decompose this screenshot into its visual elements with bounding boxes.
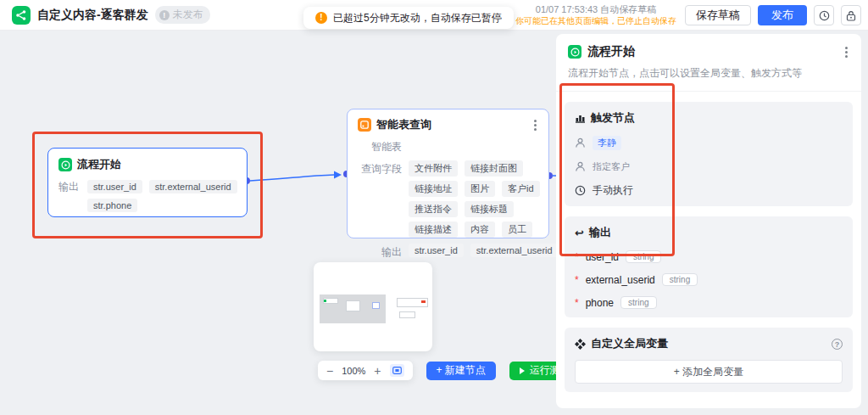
query-field-tag: 文件附件 — [409, 160, 458, 177]
query-field-tag: 员工 — [502, 222, 532, 238]
query-field-tag: 推送指令 — [409, 201, 458, 217]
node-flow-start[interactable]: 流程开始 输出 str.user_id str.external_userid … — [47, 148, 248, 217]
trigger-mode[interactable]: 手动执行 — [593, 183, 633, 198]
output-label: 输出 — [58, 180, 79, 212]
output-section-title: 输出 — [589, 225, 611, 240]
output-arrow-icon: ↩ — [575, 227, 584, 239]
panel-title: 流程开始 — [587, 44, 635, 59]
minimap-node-dot — [324, 300, 326, 302]
output-type-badge: string — [620, 296, 656, 309]
fit-view-icon[interactable] — [390, 364, 404, 377]
output-section-title-row: ↩ 输出 — [575, 225, 843, 240]
clock-icon — [575, 185, 586, 196]
play-icon — [520, 367, 525, 374]
output-item: * phone string — [575, 296, 843, 309]
output-name: external_userid — [586, 274, 655, 286]
required-mark: * — [575, 251, 579, 263]
panel-header: 流程开始 — [556, 34, 861, 66]
output-section: ↩ 输出 * user_id string * external_userid … — [565, 216, 853, 317]
global-variables-title-row: 自定义全局变量 ? — [575, 336, 843, 351]
warning-icon: ! — [315, 12, 327, 24]
output-variable-tag: str.external_userid — [470, 244, 559, 257]
query-fields-label: 查询字段 — [358, 162, 402, 177]
query-field-tag: 链接描述 — [409, 222, 458, 238]
autosave-timestamp: 01/07 17:53:43 自动保存草稿 — [536, 4, 656, 15]
query-field-tag: 内容 — [465, 222, 495, 238]
minimap-node-dot — [421, 300, 426, 303]
zoom-out-button[interactable]: − — [326, 365, 333, 377]
output-name: user_id — [586, 251, 619, 263]
query-field-tag: 链接地址 — [409, 181, 458, 197]
panel-description: 流程开始节点，点击可以设置全局变量、触发方式等 — [556, 66, 861, 92]
zoom-controls: − 100% + — [318, 361, 413, 380]
trigger-item[interactable]: 指定客户 — [575, 160, 843, 173]
output-item: * external_userid string — [575, 273, 843, 286]
trigger-user[interactable]: 李静 — [593, 136, 621, 150]
top-bar: 自定义内容-逐客群发 ! 未发布 ! 已超过5分钟无改动，自动保存已暂停 01/… — [0, 0, 868, 31]
minimap[interactable] — [314, 262, 432, 351]
zoom-in-button[interactable]: + — [374, 365, 381, 377]
required-mark: * — [575, 274, 579, 286]
trigger-item[interactable]: 手动执行 — [575, 183, 843, 198]
chart-icon — [575, 113, 586, 123]
play-circle-icon — [568, 45, 581, 59]
header-left: 自定义内容-逐客群发 ! 未发布 — [0, 6, 210, 25]
output-variable-tag: str.external_userid — [149, 180, 237, 193]
config-panel: 流程开始 流程开始节点，点击可以设置全局变量、触发方式等 触发节点 李静 — [556, 34, 861, 408]
user-icon — [575, 161, 586, 172]
play-circle-icon — [58, 158, 72, 171]
history-button[interactable] — [814, 5, 834, 25]
header-right: 01/07 17:53:43 自动保存草稿 你可能已在其他页面编辑，已停止自动保… — [515, 0, 861, 31]
page-title: 自定义内容-逐客群发 — [37, 8, 148, 23]
query-field-tag: 链接封面图 — [465, 160, 523, 177]
status-badge-label: 未发布 — [173, 8, 203, 22]
query-field-tag: 链接标题 — [465, 201, 514, 217]
global-variables-title: 自定义全局变量 — [591, 336, 668, 351]
toast-message: 已超过5分钟无改动，自动保存已暂停 — [333, 11, 502, 25]
zoom-level: 100% — [342, 366, 365, 376]
output-variable-tag: str.phone — [87, 199, 137, 212]
publish-button[interactable]: 发布 — [758, 5, 807, 25]
canvas-toolbar: − 100% + + 新建节点 运行测试 — [318, 361, 581, 380]
output-item: * user_id string — [575, 250, 843, 263]
add-global-variable-button[interactable]: + 添加全局变量 — [575, 360, 843, 384]
minimap-node — [372, 302, 380, 309]
required-mark: * — [575, 297, 579, 309]
exclamation-icon: ! — [159, 10, 170, 20]
table-label: 智能表 — [358, 140, 402, 154]
node-title: 流程开始 — [77, 157, 121, 172]
node-smart-table-query[interactable]: 智能表查询 智能表 查询字段 文件附件 链接封面图 链接地址 图片 客户id 推… — [347, 109, 549, 238]
trigger-section-title-row: 触发节点 — [575, 110, 843, 126]
query-field-tag: 客户id — [502, 181, 540, 197]
clock-icon — [819, 10, 830, 21]
lock-button[interactable] — [841, 5, 861, 25]
global-variables-section: 自定义全局变量 ? + 添加全局变量 — [565, 328, 853, 392]
diamond-icon — [575, 339, 586, 350]
smart-table-icon — [358, 118, 371, 132]
new-node-button[interactable]: + 新建节点 — [426, 362, 496, 380]
node-smart-table-query-header: 智能表查询 — [358, 117, 538, 132]
autosave-warning: 你可能已在其他页面编辑，已停止自动保存 — [515, 16, 676, 26]
user-icon — [575, 137, 586, 149]
node-title: 智能表查询 — [376, 117, 431, 132]
trigger-item[interactable]: 李静 — [575, 136, 843, 150]
output-type-badge: string — [662, 273, 698, 286]
more-icon[interactable] — [843, 45, 849, 59]
output-type-badge: string — [626, 250, 661, 263]
more-icon[interactable] — [532, 118, 538, 132]
trigger-section: 触发节点 李静 指定客户 手 — [565, 102, 853, 206]
help-icon[interactable]: ? — [832, 339, 843, 350]
node-flow-start-header: 流程开始 — [58, 157, 236, 172]
output-variable-tag: str.user_id — [87, 180, 142, 193]
app-logo-icon[interactable] — [12, 6, 31, 25]
trigger-customer[interactable]: 指定客户 — [593, 160, 630, 173]
status-badge: ! 未发布 — [155, 6, 210, 24]
autosave-toast: ! 已超过5分钟无改动，自动保存已暂停 — [303, 7, 514, 29]
share-nodes-icon — [15, 9, 27, 21]
output-label: 输出 — [358, 245, 402, 260]
query-field-tag: 图片 — [465, 181, 495, 197]
minimap-node — [399, 311, 415, 318]
minimap-node — [346, 300, 360, 311]
save-draft-button[interactable]: 保存草稿 — [685, 5, 751, 25]
lock-icon — [846, 10, 856, 21]
